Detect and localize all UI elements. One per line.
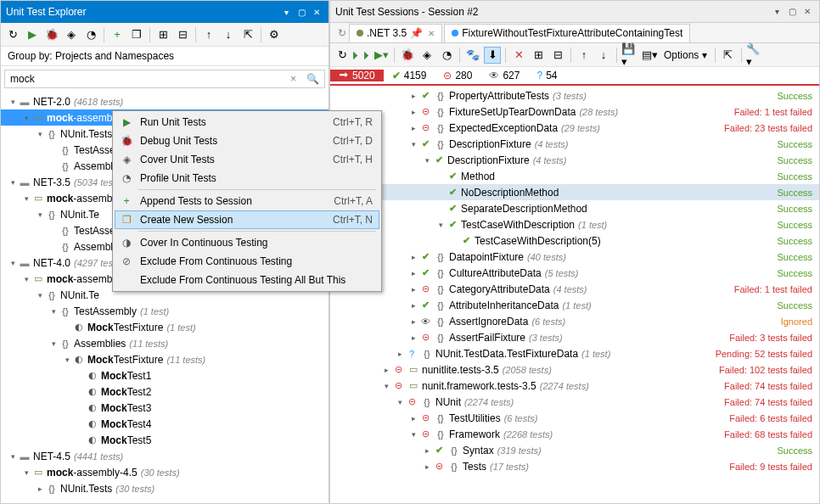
window-maximize-icon[interactable]: ▢	[295, 6, 308, 18]
continuous-icon[interactable]: 🐾	[464, 47, 481, 64]
save-icon[interactable]: 💾▾	[621, 47, 638, 64]
next-icon[interactable]: ↓	[595, 47, 612, 64]
expand-icon[interactable]: ▾	[8, 259, 18, 267]
tree-item[interactable]: ▸✔{}Syntax(319 tests)Success	[330, 442, 819, 458]
tree-item[interactable]: ▾▬NET-2.0(4618 tests)	[1, 93, 329, 109]
expand-icon[interactable]: ▾	[21, 468, 31, 477]
tree-item[interactable]: ✔TestCaseWithDescription(5)Success	[330, 232, 819, 249]
session-tab[interactable]: .NET 3.5📌✕	[349, 24, 442, 42]
menu-item[interactable]: ▶Run Unit TestsCtrl+T, R	[115, 113, 379, 132]
expand-icon[interactable]: ▾	[21, 194, 31, 203]
menu-item[interactable]: Exclude From Continuous Testing All But …	[115, 271, 379, 289]
expand-icon[interactable]: ▾	[395, 398, 405, 406]
summary-item[interactable]: ?54	[528, 70, 565, 81]
tree-item[interactable]: ▾{}Assemblies(11 tests)	[1, 335, 329, 351]
tree-item[interactable]: ▸✔{}PropertyAttributeTests(3 tests)Succe…	[330, 87, 819, 104]
tree-item[interactable]: ▸⊝{}ExpectedExceptionData(29 tests)Faile…	[330, 120, 819, 136]
expand-icon[interactable]: ▾	[21, 114, 31, 122]
run-icon[interactable]: ▶▾	[373, 47, 390, 64]
tree-item[interactable]: ▾⊝{}Framework(2268 tests)Failed: 68 test…	[330, 426, 819, 442]
tree-item[interactable]: ▸{}NUnit.Tests(30 tests)	[1, 480, 329, 496]
expand-icon[interactable]: ▸	[422, 462, 432, 471]
options-dropdown[interactable]: Options ▾	[660, 49, 710, 61]
expand-icon[interactable]: ▾	[35, 291, 45, 300]
expand-icon[interactable]: ▸	[408, 108, 418, 116]
tree-item[interactable]: ◐MockTest3	[1, 400, 329, 416]
next-icon[interactable]: ↓	[220, 26, 237, 43]
tabs-refresh-icon[interactable]: ↻	[335, 27, 349, 39]
tree-item[interactable]: ✔SeparateDescriptionMethodSuccess	[330, 200, 819, 216]
export-icon[interactable]: ⇱	[720, 47, 737, 64]
new-session-icon[interactable]: ❐	[128, 26, 145, 43]
tree-item[interactable]: ◐MockTest5	[1, 432, 329, 448]
window-dropdown-icon[interactable]: ▾	[770, 6, 783, 18]
summary-item[interactable]: ⮕5020	[330, 70, 384, 81]
tree-item[interactable]: ▸⊝{}AssertFailFixture(3 tests)Failed: 3 …	[330, 329, 819, 345]
expand-icon[interactable]: ▾	[35, 210, 45, 219]
profile-icon[interactable]: ◔	[438, 47, 455, 64]
collapse-all-icon[interactable]: ⊟	[174, 26, 191, 43]
tree-item[interactable]: ▸✔{}AttributeInheritanceData(1 test)Succ…	[330, 297, 819, 313]
tree-item[interactable]: ✔NoDescriptionMethodSuccess	[330, 184, 819, 200]
summary-item[interactable]: 👁627	[480, 70, 528, 81]
tree-item[interactable]: ◐MockTest4	[1, 416, 329, 432]
group-by-dropdown[interactable]: Group by: Projects and Namespaces	[1, 47, 329, 66]
export-icon[interactable]: ⇱	[239, 26, 256, 43]
menu-item[interactable]: ❐Create New SessionCtrl+T, N	[115, 210, 379, 229]
expand-icon[interactable]: ▾	[408, 430, 418, 439]
cover-icon[interactable]: ◈	[418, 47, 435, 64]
tree-item[interactable]: ▸⊝{}Tests(17 tests)Failed: 9 tests faile…	[330, 458, 819, 474]
tree-item[interactable]: ▸?{}NUnit.TestData.TestFixtureData(1 tes…	[330, 345, 819, 361]
expand-icon[interactable]: ▾	[48, 307, 59, 316]
expand-icon[interactable]: ▸	[408, 301, 418, 310]
cover-icon[interactable]: ◈	[63, 26, 80, 43]
expand-icon[interactable]: ▾	[381, 382, 391, 390]
expand-icon[interactable]: ▸	[408, 269, 418, 277]
search-icon[interactable]: 🔍	[301, 73, 324, 85]
tree-item[interactable]: ▸⊝{}TestUtilities(6 tests)Failed: 6 test…	[330, 410, 819, 426]
expand-icon[interactable]: ▸	[381, 366, 391, 374]
window-maximize-icon[interactable]: ▢	[785, 6, 799, 18]
menu-item[interactable]: +Append Tests to SessionCtrl+T, A	[115, 192, 379, 210]
tree-item[interactable]: ▾▭mock-assembly-4.5(30 tests)	[1, 464, 329, 480]
settings-icon[interactable]: ⚙	[266, 26, 283, 43]
tree-item[interactable]: ▾✔DescriptionFixture(4 tests)Success	[330, 152, 819, 168]
expand-icon[interactable]: ▸	[408, 414, 418, 423]
search-input[interactable]	[5, 73, 285, 85]
prev-icon[interactable]: ↑	[200, 26, 217, 43]
tree-item[interactable]: ▸⊝{}CategoryAttributeData(4 tests)Failed…	[330, 281, 819, 297]
refresh-icon[interactable]: ↻	[4, 26, 21, 43]
collapse-all-icon[interactable]: ⊟	[549, 47, 566, 64]
delete-icon[interactable]: ✕	[510, 47, 527, 64]
summary-item[interactable]: ⊝280	[435, 70, 480, 81]
profile-icon[interactable]: ◔	[82, 26, 99, 43]
sessions-tree[interactable]: ▸✔{}PropertyAttributeTests(3 tests)Succe…	[330, 86, 819, 503]
expand-all-icon[interactable]: ⊞	[530, 47, 547, 64]
pin-icon[interactable]: 📌	[410, 27, 423, 39]
session-tab[interactable]: FixtureWithoutTestFixtureAttributeContai…	[444, 24, 690, 42]
expand-icon[interactable]: ▸	[408, 92, 418, 100]
expand-icon[interactable]: ▸	[422, 446, 432, 455]
tree-item[interactable]: ▾▬NET-4.5(4441 tests)	[1, 448, 329, 464]
expand-icon[interactable]: ▾	[435, 221, 446, 229]
expand-icon[interactable]: ▾	[422, 156, 432, 165]
expand-all-icon[interactable]: ⊞	[154, 26, 171, 43]
tree-item[interactable]: ▸✔{}DatapointFixture(40 tests)Success	[330, 249, 819, 265]
expand-icon[interactable]: ▾	[8, 98, 18, 106]
menu-item[interactable]: ◔Profile Unit Tests	[115, 169, 379, 188]
tab-close-icon[interactable]: ✕	[428, 29, 435, 38]
layout-icon[interactable]: ▤▾	[641, 47, 658, 64]
expand-icon[interactable]: ▸	[408, 124, 418, 132]
tree-item[interactable]: ▸⊝{}FixtureSetUpTearDownData(28 tests)Fa…	[330, 104, 819, 120]
menu-item[interactable]: ◑Cover In Continuous Testing	[115, 233, 379, 252]
tree-item[interactable]: ▾✔{}DescriptionFixture(4 tests)Success	[330, 136, 819, 152]
menu-item[interactable]: ⊘Exclude From Continuous Testing	[115, 252, 379, 271]
tree-item[interactable]: ▾{}TestAssembly(1 test)	[1, 303, 329, 319]
expand-icon[interactable]: ▾	[8, 178, 18, 187]
tools-icon[interactable]: 🔧▾	[746, 47, 763, 64]
expand-icon[interactable]: ▸	[395, 350, 405, 358]
expand-icon[interactable]: ▸	[35, 484, 45, 493]
tree-item[interactable]: ▸⊝▭nunitlite.tests-3.5(2058 tests)Failed…	[330, 361, 819, 378]
window-dropdown-icon[interactable]: ▾	[279, 6, 293, 18]
debug-icon[interactable]: 🐞	[43, 26, 60, 43]
